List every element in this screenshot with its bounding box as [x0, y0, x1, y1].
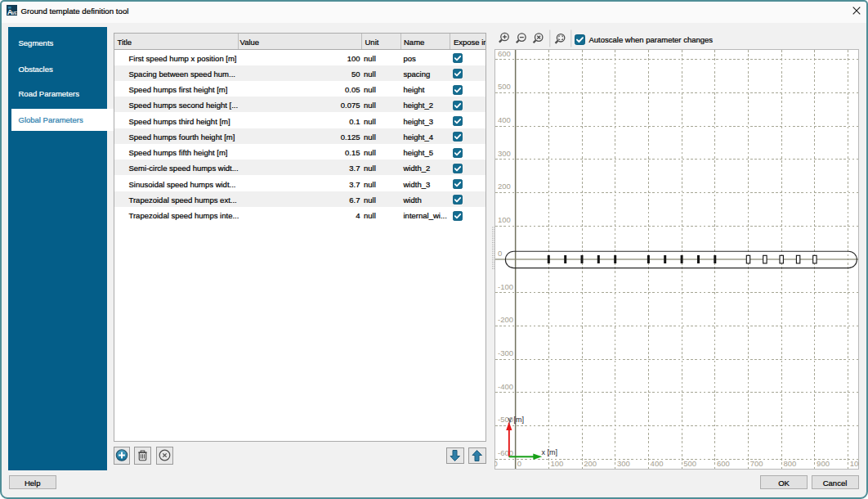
svg-text:0: 0 [494, 458, 498, 467]
svg-text:100: 100 [498, 215, 511, 224]
svg-text:200: 200 [584, 458, 597, 467]
svg-text:400: 400 [498, 115, 511, 124]
svg-text:-100: -100 [498, 281, 513, 290]
svg-text:1000: 1000 [850, 458, 859, 467]
svg-text:-200: -200 [498, 315, 513, 324]
svg-text:900: 900 [817, 458, 830, 467]
svg-text:500: 500 [683, 458, 696, 467]
svg-text:200: 200 [498, 182, 511, 191]
svg-text:300: 300 [617, 458, 630, 467]
svg-text:VE: VE [12, 11, 17, 16]
svg-text:700: 700 [750, 458, 763, 467]
svg-text:400: 400 [651, 458, 664, 467]
svg-text:800: 800 [783, 458, 796, 467]
svg-text:y [m]: y [m] [508, 416, 525, 424]
svg-text:100: 100 [551, 458, 564, 467]
svg-text:600: 600 [498, 49, 511, 58]
svg-text:0: 0 [498, 248, 502, 257]
svg-text:0: 0 [517, 458, 521, 467]
svg-text:-300: -300 [498, 348, 513, 357]
svg-text:x [m]: x [m] [542, 447, 558, 456]
svg-text:600: 600 [717, 458, 730, 467]
svg-text:-400: -400 [498, 381, 513, 390]
svg-text:500: 500 [498, 82, 511, 91]
svg-text:300: 300 [498, 148, 511, 157]
